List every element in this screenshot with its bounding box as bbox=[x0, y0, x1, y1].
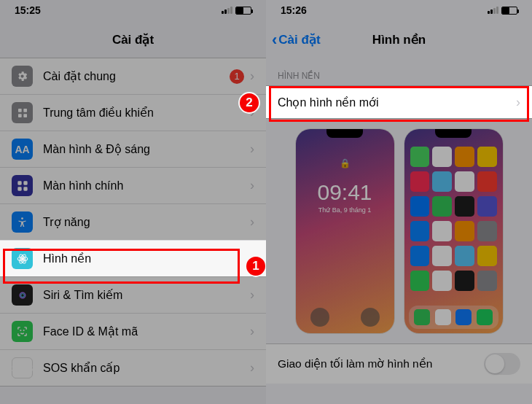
row-label: Siri & Tìm kiếm bbox=[43, 288, 250, 302]
phone-left-settings: 15:25 Cài đặt Cài đặt chung 1 › Trung tâ… bbox=[0, 0, 266, 404]
toggle-label: Giao diện tối làm mờ hình nền bbox=[278, 357, 484, 370]
dark-dim-toggle[interactable] bbox=[484, 353, 520, 375]
row-label: Cài đặt chung bbox=[43, 69, 230, 83]
page-title: Hình nền bbox=[372, 33, 426, 47]
wallpaper-icon bbox=[12, 248, 33, 269]
section-header-wallpaper: HÌNH NỀN bbox=[266, 58, 532, 85]
row-label: Chọn hình nền mới bbox=[278, 96, 516, 109]
chevron-right-icon: › bbox=[250, 141, 254, 157]
row-faceid[interactable]: Face ID & Mật mã › bbox=[0, 313, 266, 349]
step-marker-1: 1 bbox=[245, 255, 266, 277]
lock-time: 09:41 bbox=[317, 180, 372, 205]
lock-date: Thứ Ba, 9 tháng 1 bbox=[318, 206, 372, 214]
status-bar: 15:25 bbox=[0, 0, 266, 15]
row-general[interactable]: Cài đặt chung 1 › bbox=[0, 58, 266, 94]
signal-icon bbox=[222, 7, 232, 14]
row-label: Trợ năng bbox=[43, 215, 250, 229]
svg-rect-0 bbox=[18, 109, 22, 112]
step-marker-2: 2 bbox=[238, 92, 260, 114]
row-siri[interactable]: Siri & Tìm kiếm › bbox=[0, 276, 266, 313]
chevron-left-icon: ‹ bbox=[272, 34, 277, 46]
chevron-right-icon: › bbox=[516, 95, 520, 110]
svg-point-17 bbox=[23, 330, 24, 331]
nav-bar: ‹ Cài đặt Hình nền bbox=[266, 15, 532, 58]
sos-icon: SOS bbox=[12, 357, 33, 378]
row-control-center[interactable]: Trung tâm điều khiển › bbox=[0, 94, 266, 131]
battery-icon bbox=[235, 7, 251, 15]
row-label: Face ID & Mật mã bbox=[43, 325, 250, 338]
row-home-screen[interactable]: Màn hình chính › bbox=[0, 167, 266, 203]
svg-rect-7 bbox=[23, 187, 27, 190]
home-screen-icon bbox=[12, 175, 33, 196]
display-icon: AA bbox=[12, 139, 33, 160]
row-dark-dim-toggle: Giao diện tối làm mờ hình nền bbox=[266, 343, 532, 384]
dock bbox=[300, 306, 390, 329]
home-grid bbox=[410, 147, 497, 301]
svg-point-13 bbox=[17, 290, 28, 300]
row-choose-wallpaper[interactable]: Chọn hình nền mới › bbox=[266, 86, 532, 118]
row-sos[interactable]: SOS SOS khẩn cấp › bbox=[0, 349, 266, 386]
notification-badge: 1 bbox=[230, 69, 244, 84]
svg-point-9 bbox=[20, 257, 24, 260]
faceid-icon bbox=[12, 321, 33, 342]
row-label: Trung tâm điều khiển bbox=[43, 106, 250, 120]
status-bar: 15:26 bbox=[266, 0, 532, 15]
svg-rect-2 bbox=[18, 114, 22, 117]
preview-home-screen[interactable] bbox=[404, 129, 503, 333]
svg-rect-6 bbox=[17, 187, 21, 190]
back-button[interactable]: ‹ Cài đặt bbox=[272, 32, 321, 47]
accessibility-icon bbox=[12, 211, 33, 233]
status-indicators bbox=[222, 7, 251, 15]
chevron-right-icon: › bbox=[250, 214, 254, 230]
row-accessibility[interactable]: Trợ năng › bbox=[0, 203, 266, 240]
chevron-right-icon: › bbox=[250, 287, 254, 303]
preview-lock-screen[interactable]: 🔒 09:41 Thứ Ba, 9 tháng 1 bbox=[296, 129, 394, 333]
chevron-right-icon: › bbox=[250, 69, 254, 84]
wallpaper-list: Chọn hình nền mới › bbox=[266, 85, 532, 119]
svg-point-8 bbox=[21, 217, 23, 220]
battery-icon bbox=[501, 7, 517, 15]
svg-point-16 bbox=[20, 330, 21, 331]
page-title: Cài đặt bbox=[0, 15, 266, 58]
chevron-right-icon: › bbox=[250, 178, 254, 193]
chevron-right-icon: › bbox=[250, 324, 254, 339]
chevron-right-icon: › bbox=[250, 360, 254, 376]
row-wallpaper[interactable]: Hình nền › bbox=[0, 240, 266, 276]
siri-icon bbox=[12, 284, 33, 306]
svg-rect-5 bbox=[23, 181, 27, 184]
lock-icon: 🔒 bbox=[340, 158, 351, 168]
row-label: Màn hình & Độ sáng bbox=[43, 142, 250, 156]
svg-rect-3 bbox=[23, 114, 27, 117]
back-label: Cài đặt bbox=[278, 32, 320, 47]
row-label: SOS khẩn cấp bbox=[43, 361, 250, 375]
signal-icon bbox=[488, 7, 498, 14]
status-indicators bbox=[488, 7, 517, 15]
control-center-icon bbox=[12, 102, 33, 123]
dock bbox=[409, 306, 498, 329]
phone-right-wallpaper: 15:26 ‹ Cài đặt Hình nền HÌNH NỀN Chọn h… bbox=[266, 0, 532, 404]
settings-list-group1: Cài đặt chung 1 › Trung tâm điều khiển ›… bbox=[0, 58, 266, 386]
row-label: Hình nền bbox=[43, 252, 250, 265]
svg-rect-1 bbox=[23, 109, 27, 112]
gear-icon bbox=[12, 66, 33, 87]
wallpaper-previews: 🔒 09:41 Thứ Ba, 9 tháng 1 bbox=[266, 119, 532, 343]
row-display[interactable]: AA Màn hình & Độ sáng › bbox=[0, 131, 266, 167]
row-label: Màn hình chính bbox=[43, 179, 250, 193]
svg-rect-4 bbox=[17, 181, 21, 184]
